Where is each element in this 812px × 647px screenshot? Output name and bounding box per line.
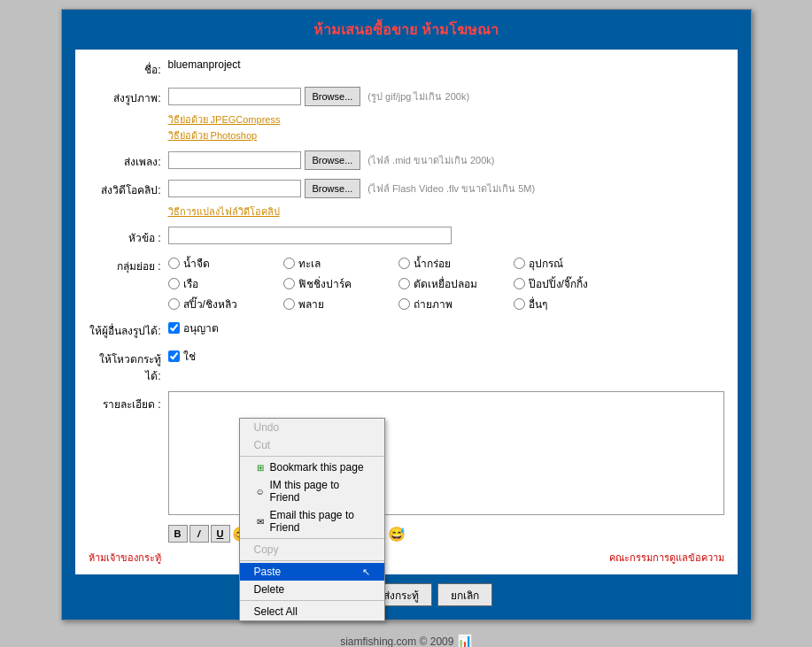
form-area: ชื่อ: bluemanproject ส่งรูปภาพ: Browse..… [75, 50, 738, 574]
radio-brackish-label: น้ำกร่อย [414, 255, 451, 272]
context-menu: Undo Cut ⊞ Bookmark this page ☺ IM this … [239, 418, 385, 621]
footer-logo: 📊 [457, 634, 472, 647]
italic-button[interactable]: / [189, 525, 209, 543]
radio-boat[interactable] [168, 278, 180, 289]
name-label: ชื่อ: [89, 58, 168, 78]
sound-content: Browse... (ไฟล์ .mid ขนาดไม่เกิน 200k) [168, 150, 724, 170]
radio-item-other: อื่นๆ [514, 296, 611, 312]
radio-equipment-label: อุปกรณ์ [529, 255, 563, 272]
notify-value: ใช่ [183, 348, 196, 365]
main-container: ห้ามเสนอซื้อขาย ห้ามโฆษณา ชื่อ: bluemanp… [61, 9, 752, 620]
sound-label: ส่งเพลง: [89, 150, 168, 170]
radio-item-fishpark: ฟิชชิ่งปาร์ค [283, 275, 381, 292]
radio-sea[interactable] [283, 258, 295, 269]
ctx-select-all[interactable]: Select All [240, 603, 384, 620]
radio-photo[interactable] [398, 298, 410, 310]
video-row: ส่งวิดีโอคลิป: Browse... (ไฟล์ Flash Vid… [89, 179, 724, 220]
name-content: bluemanproject [168, 58, 724, 71]
radio-lure-label: ตัดเหยื่อปลอม [414, 275, 477, 292]
video-content: Browse... (ไฟล์ Flash Video .flv ขนาดไม่… [168, 179, 724, 220]
title-input[interactable] [168, 227, 452, 244]
radio-fly[interactable] [283, 298, 295, 310]
notify-checkbox[interactable] [168, 350, 180, 362]
radio-item-freshwater: น้ำจืด [168, 255, 266, 272]
bottom-note-right: คณะกรรมการดูแลข้อความ [609, 550, 724, 566]
footer: siamfishing.com © 2009 📊 [340, 634, 472, 647]
email-icon: ✉ [254, 515, 267, 528]
name-value: bluemanproject [168, 58, 241, 71]
radio-spiw[interactable] [168, 298, 180, 310]
ctx-delete[interactable]: Delete [240, 581, 384, 598]
radio-fly-label: พลาย [298, 296, 324, 312]
radio-popping[interactable] [514, 278, 525, 289]
allow-value: อนุญาต [183, 320, 219, 336]
image-label: ส่งรูปภาพ: [89, 87, 168, 106]
sound-row: ส่งเพลง: Browse... (ไฟล์ .mid ขนาดไม่เกิ… [89, 150, 724, 172]
page-title: ห้ามเสนอซื้อขาย ห้ามโฆษณา [75, 19, 738, 41]
radio-fishpark[interactable] [283, 278, 295, 289]
im-icon: ☺ [254, 485, 267, 497]
group-row: กลุ่มย่อย : น้ำจืด เรือ สปิ๊ว/ชิงหลิว [89, 255, 724, 312]
smiley-9[interactable]: 😅 [388, 526, 406, 543]
radio-photo-label: ถ่ายภาพ [414, 296, 452, 312]
title-label: หัวข้อ : [89, 227, 168, 246]
title-content [168, 227, 724, 244]
image-row: ส่งรูปภาพ: Browse... (รูป gif/jpg ไม่เกิ… [89, 87, 724, 143]
textarea-wrapper: Undo Cut ⊞ Bookmark this page ☺ IM this … [168, 391, 724, 518]
radio-freshwater[interactable] [168, 258, 180, 269]
sound-input[interactable] [168, 151, 301, 169]
notify-label: ให้โหวดกระทู้ได้: [89, 348, 168, 384]
name-row: ชื่อ: bluemanproject [89, 58, 724, 80]
footer-text: siamfishing.com © 2009 [340, 635, 453, 647]
notify-row: ให้โหวดกระทู้ได้: ใช่ [89, 348, 724, 384]
allow-checkbox[interactable] [168, 322, 180, 334]
radio-col-4: อุปกรณ์ ป๊อปปิ้ง/จิ๊กกิ้ง อื่นๆ [514, 255, 611, 312]
image-hint: (รูป gif/jpg ไม่เกิน 200k) [367, 89, 469, 104]
radio-item-spiw: สปิ๊ว/ชิงหลิว [168, 296, 266, 312]
radio-item-boat: เรือ [168, 275, 266, 292]
ctx-copy[interactable]: Copy [240, 541, 384, 558]
cancel-button[interactable]: ยกเลิก [437, 583, 492, 606]
photoshop-link[interactable]: วิธีย่อด้วย Photoshop [168, 127, 724, 143]
underline-button[interactable]: U [211, 525, 230, 543]
ctx-email-label: Email this page to Friend [270, 509, 370, 534]
ctx-undo[interactable]: Undo [240, 419, 384, 436]
radio-brackish[interactable] [398, 258, 410, 269]
bold-button[interactable]: B [168, 525, 188, 543]
allow-row: ให้ผู้อื่นลงรูปได้: อนุญาต [89, 320, 724, 341]
sound-browse-button[interactable]: Browse... [305, 150, 361, 170]
detail-row: รายละเอียด : Undo Cut ⊞ Bookmark this pa… [89, 391, 724, 543]
ctx-paste[interactable]: Paste ↖ [240, 563, 384, 581]
radio-lure[interactable] [398, 278, 410, 289]
ctx-separator-3 [240, 560, 384, 561]
radio-item-equipment: อุปกรณ์ [514, 255, 611, 272]
jpeg-compress-link[interactable]: วิธีย่อด้วย JPEGCompress [168, 112, 724, 127]
action-buttons: ยอมรับและส่งกระทู้ ยกเลิก [75, 583, 738, 606]
radio-freshwater-label: น้ำจืด [183, 255, 210, 272]
image-content: Browse... (รูป gif/jpg ไม่เกิน 200k) วิธ… [168, 87, 724, 143]
ctx-bookmark[interactable]: ⊞ Bookmark this page [240, 458, 384, 476]
bottom-note-left: ห้ามเจ้าของกระทู้ [89, 550, 161, 566]
ctx-im[interactable]: ☺ IM this page to Friend [240, 476, 384, 506]
detail-content: Undo Cut ⊞ Bookmark this page ☺ IM this … [168, 391, 724, 543]
radio-item-popping: ป๊อปปิ้ง/จิ๊กกิ้ง [514, 275, 611, 292]
radio-spiw-label: สปิ๊ว/ชิงหลิว [183, 296, 237, 312]
video-browse-button[interactable]: Browse... [305, 179, 361, 198]
detail-label: รายละเอียด : [89, 391, 168, 412]
image-browse-button[interactable]: Browse... [305, 87, 361, 106]
video-input[interactable] [168, 180, 301, 197]
image-input[interactable] [168, 88, 301, 105]
radio-other[interactable] [514, 298, 525, 310]
allow-content: อนุญาต [168, 320, 724, 336]
radio-boat-label: เรือ [183, 275, 198, 292]
ctx-email[interactable]: ✉ Email this page to Friend [240, 506, 384, 536]
title-row: หัวข้อ : [89, 227, 724, 248]
sound-hint: (ไฟล์ .mid ขนาดไม่เกิน 200k) [367, 152, 494, 168]
radio-item-fly: พลาย [283, 296, 381, 312]
video-convert-link[interactable]: วิธีการแปลงไฟล์วิดีโอคลิป [168, 204, 724, 220]
radio-fishpark-label: ฟิชชิ่งปาร์ค [298, 275, 352, 292]
ctx-separator-2 [240, 538, 384, 539]
allow-checkbox-item: อนุญาต [168, 320, 219, 336]
radio-equipment[interactable] [514, 258, 525, 269]
ctx-cut[interactable]: Cut [240, 436, 384, 454]
